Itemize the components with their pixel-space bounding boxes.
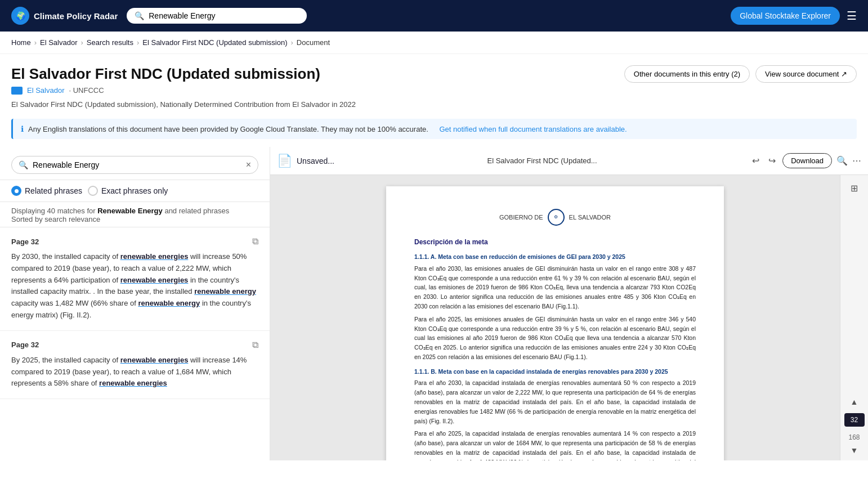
doc-meta: El Salvador · UNFCCC — [11, 86, 857, 95]
pdf-current-page: 32 — [844, 413, 865, 427]
pdf-content: GOBIERNO DE ⚙ EL SALVADOR Descripción de… — [270, 175, 868, 460]
logo-icon: 🌍 — [11, 7, 29, 25]
pdf-total-pages: 168 — [848, 433, 860, 441]
doc-title: El Salvador First NDC (Updated submissio… — [11, 65, 613, 83]
header-right: Global Stocktake Explorer ☰ — [731, 7, 857, 25]
header: 🌍 Climate Policy Radar 🔍 Global Stocktak… — [0, 0, 868, 32]
exact-phrases-label: Exact phrases only — [101, 186, 168, 195]
doc-search-bar[interactable]: 🔍 × — [11, 156, 258, 174]
translation-link[interactable]: Get notified when full document translat… — [439, 125, 627, 133]
breadcrumb-sep-3: › — [137, 38, 139, 47]
translation-text: Any English translations of this documen… — [28, 125, 428, 133]
breadcrumb-document-title[interactable]: El Salvador First NDC (Updated submissio… — [142, 38, 287, 47]
pdf-undo-button[interactable]: ↩ — [750, 153, 762, 168]
result-header: Page 32 ⧉ — [11, 340, 258, 350]
doc-search-icon: 🔍 — [19, 160, 28, 169]
logo: 🌍 Climate Policy Radar — [11, 7, 118, 25]
right-panel: 📄 Unsaved... El Salvador First NDC (Upda… — [270, 147, 868, 460]
pdf-grid-view-button[interactable]: ⊞ — [848, 181, 860, 196]
doc-title-row: El Salvador First NDC (Updated submissio… — [11, 65, 857, 83]
copy-icon[interactable]: ⧉ — [252, 340, 258, 350]
breadcrumb-el-salvador[interactable]: El Salvador — [40, 38, 77, 47]
breadcrumb-current: Document — [297, 38, 330, 47]
scroll-down-button[interactable]: ▼ — [851, 446, 858, 455]
pdf-section-title: Descripción de la meta — [414, 237, 696, 247]
header-search-input[interactable] — [149, 11, 299, 20]
pdf-text-2: Para el año 2025, las emisiones anuales … — [414, 315, 696, 362]
breadcrumb: Home › El Salvador › Search results › El… — [0, 32, 868, 54]
pdf-title: El Salvador First NDC (Updated... — [339, 156, 745, 165]
exact-phrases-radio[interactable] — [88, 186, 98, 196]
pdf-text-4: Para el año 2025, la capacidad instalada… — [414, 429, 696, 460]
results-keyword: Renewable Energy — [97, 207, 163, 215]
country-link[interactable]: El Salvador — [27, 86, 64, 95]
related-phrases-label: Related phrases — [25, 186, 82, 195]
results-suffix: and related phrases — [163, 207, 230, 215]
pdf-more-button[interactable]: ⋯ — [852, 155, 861, 166]
sort-label: Sorted by search relevance — [11, 215, 100, 223]
breadcrumb-home[interactable]: Home — [11, 38, 31, 47]
search-icon: 🔍 — [135, 11, 144, 20]
pdf-download-button[interactable]: Download — [782, 153, 832, 168]
scroll-up-button[interactable]: ▲ — [851, 397, 858, 406]
result-item[interactable]: Page 32 ⧉ By 2025, the installed capacit… — [0, 331, 270, 399]
header-search-bar[interactable]: 🔍 — [127, 8, 307, 24]
result-header: Page 32 ⧉ — [11, 236, 258, 247]
pdf-text-3: Para el año 2030, la capacidad instalada… — [414, 378, 696, 426]
pdf-gov-header: GOBIERNO DE ⚙ EL SALVADOR — [414, 209, 696, 226]
search-panel: 🔍 × — [0, 147, 270, 180]
view-source-button[interactable]: View source document ↗ — [755, 65, 857, 83]
header-left: 🌍 Climate Policy Radar 🔍 — [11, 7, 307, 25]
gov-seal: ⚙ — [548, 209, 565, 226]
results-prefix: Displaying 40 matches for — [11, 207, 97, 215]
result-item[interactable]: Page 32 ⧉ By 2030, the installed capacit… — [0, 227, 270, 331]
pdf-sidebar: ⊞ ▲ 32 168 ▼ — [840, 175, 868, 460]
related-phrases-radio[interactable] — [11, 186, 21, 196]
doc-search-input[interactable] — [33, 160, 241, 169]
logo-text: Climate Policy Radar — [34, 11, 118, 21]
doc-header: El Salvador First NDC (Updated submissio… — [0, 54, 868, 111]
pdf-toolbar: 📄 Unsaved... El Salvador First NDC (Upda… — [270, 147, 868, 175]
gov-country: EL SALVADOR — [569, 213, 611, 222]
pdf-subsection-2: 1.1.1. B. Meta con base en la capacidad … — [414, 368, 696, 377]
breadcrumb-sep-4: › — [291, 38, 293, 47]
result-page: Page 32 — [11, 341, 39, 349]
doc-actions: Other documents in this entry (2) View s… — [624, 65, 857, 83]
left-panel: 🔍 × Related phrases Exact phrases only D… — [0, 147, 270, 460]
pdf-toolbar-right: ↩ ↪ Download 🔍 ⋯ — [750, 153, 861, 168]
main-content: 🔍 × Related phrases Exact phrases only D… — [0, 147, 868, 460]
result-text: By 2030, the installed capacity of renew… — [11, 251, 258, 321]
gse-button[interactable]: Global Stocktake Explorer — [731, 7, 840, 25]
breadcrumb-search-results[interactable]: Search results — [87, 38, 133, 47]
pdf-text-1: Para el año 2030, las emisiones anuales … — [414, 264, 696, 311]
breadcrumb-sep-2: › — [81, 38, 83, 47]
doc-org: · UNFCCC — [69, 86, 104, 95]
info-icon: ℹ — [21, 124, 24, 133]
pdf-subsection-1: 1.1.1. A. Meta con base en reducción de … — [414, 253, 696, 262]
gov-text: GOBIERNO DE — [499, 213, 543, 222]
pdf-file-icon: 📄 — [277, 154, 292, 168]
results-info: Displaying 40 matches for Renewable Ener… — [0, 202, 270, 227]
pdf-redo-button[interactable]: ↪ — [766, 153, 778, 168]
results-list: Page 32 ⧉ By 2030, the installed capacit… — [0, 227, 270, 460]
filter-row: Related phrases Exact phrases only — [0, 180, 270, 202]
translation-notice: ℹ Any English translations of this docum… — [11, 119, 857, 139]
pdf-unsaved: Unsaved... — [297, 156, 334, 165]
result-page: Page 32 — [11, 238, 39, 246]
pdf-page-area[interactable]: GOBIERNO DE ⚙ EL SALVADOR Descripción de… — [270, 175, 840, 460]
clear-search-button[interactable]: × — [246, 160, 251, 170]
doc-description: El Salvador First NDC (Updated submissio… — [11, 98, 857, 111]
pdf-page: GOBIERNO DE ⚙ EL SALVADOR Descripción de… — [386, 186, 724, 460]
result-text: By 2025, the installed capacity of renew… — [11, 355, 258, 389]
related-phrases-option[interactable]: Related phrases — [11, 186, 82, 196]
other-documents-button[interactable]: Other documents in this entry (2) — [624, 65, 750, 83]
exact-phrases-option[interactable]: Exact phrases only — [88, 186, 168, 196]
pdf-search-button[interactable]: 🔍 — [836, 155, 848, 166]
hamburger-icon[interactable]: ☰ — [847, 9, 857, 23]
country-flag — [11, 87, 23, 95]
breadcrumb-sep-1: › — [34, 38, 37, 47]
copy-icon[interactable]: ⧉ — [252, 236, 258, 247]
